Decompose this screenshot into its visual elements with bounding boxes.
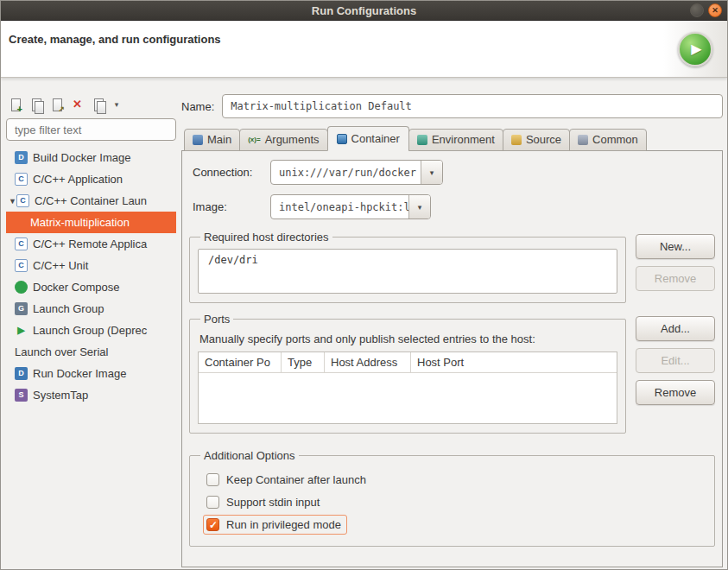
duplicate-configuration-icon[interactable]	[28, 97, 44, 112]
configuration-editor: Name: Main (x)= Arguments Container Envi…	[181, 94, 723, 567]
image-combo[interactable]: intel/oneapi-hpckit:l ▾	[270, 194, 431, 219]
tree-item-cpp-application[interactable]: C C/C++ Application	[6, 168, 176, 190]
keep-container-label: Keep Container after launch	[226, 473, 366, 486]
tree-item-build-docker-image[interactable]: D Build Docker Image	[6, 147, 176, 168]
run-docker-image-icon: D	[15, 367, 28, 380]
tree-item-label: Launch over Serial	[15, 345, 108, 358]
source-tab-icon	[511, 135, 522, 145]
arguments-tab-icon: (x)=	[248, 135, 260, 145]
host-directory-item[interactable]: /dev/dri	[208, 254, 607, 266]
tab-label: Common	[592, 133, 638, 146]
run-icon: ▶	[678, 32, 712, 66]
tree-item-launch-group-deprecated[interactable]: ▶ Launch Group (Deprec	[6, 320, 176, 341]
tree-item-matrix-multiplication[interactable]: Matrix-multiplication	[6, 212, 176, 233]
environment-tab-icon	[417, 135, 427, 145]
new-directory-button[interactable]: New...	[636, 234, 715, 259]
image-dropdown-icon[interactable]: ▾	[408, 195, 430, 218]
tree-item-label: Launch Group (Deprec	[33, 324, 147, 337]
keep-container-checkbox[interactable]	[206, 473, 219, 486]
name-label: Name:	[181, 100, 214, 113]
connection-label: Connection:	[193, 166, 270, 179]
filter-input[interactable]	[6, 118, 176, 141]
tree-item-cpp-remote-application[interactable]: C C/C++ Remote Applica	[6, 233, 176, 255]
delete-configuration-icon[interactable]	[70, 97, 85, 112]
ports-buttons: Add... Edit... Remove	[636, 313, 715, 405]
edit-port-button: Edit...	[636, 348, 715, 373]
header-banner: ▶	[663, 21, 727, 77]
tab-label: Main	[207, 133, 231, 146]
tree-item-docker-compose[interactable]: Docker Compose	[6, 276, 176, 298]
connection-combo[interactable]: unix:///var/run/docker ▾	[270, 160, 443, 185]
docker-image-icon: D	[15, 151, 28, 164]
name-row: Name:	[181, 94, 723, 118]
stdin-support-checkbox[interactable]	[206, 496, 219, 509]
c-container-launcher-icon: C	[16, 194, 29, 207]
column-type[interactable]: Type	[282, 352, 325, 372]
export-configuration-icon[interactable]	[49, 97, 65, 112]
connection-dropdown-icon[interactable]: ▾	[421, 161, 442, 184]
tree-item-launch-group[interactable]: G Launch Group	[6, 298, 176, 320]
connection-value: unix:///var/run/docker	[271, 161, 421, 184]
tab-environment[interactable]: Environment	[408, 129, 503, 151]
tab-container[interactable]: Container	[327, 126, 409, 151]
remove-directory-button: Remove	[636, 266, 715, 291]
image-value: intel/oneapi-hpckit:l	[271, 195, 408, 218]
required-host-directories-legend: Required host directories	[200, 231, 332, 244]
tree-item-cpp-unit[interactable]: C C/C++ Unit	[6, 255, 176, 276]
image-label: Image:	[193, 200, 270, 213]
privileged-mode-checkbox[interactable]	[206, 518, 219, 531]
tree-item-label: C/C++ Remote Applica	[33, 238, 147, 250]
privileged-mode-checkbox-row[interactable]: Run in privileged mode	[203, 515, 347, 535]
tree-item-run-docker-image[interactable]: D Run Docker Image	[6, 363, 176, 384]
container-tab-icon	[337, 134, 347, 144]
titlebar[interactable]: Run Configurations ✕	[1, 1, 727, 21]
systemtap-icon: S	[15, 389, 28, 402]
configurations-tree: D Build Docker Image C C/C++ Application…	[6, 147, 176, 406]
view-menu-icon[interactable]: ▾	[111, 97, 122, 112]
expander-icon[interactable]: ▼	[6, 197, 16, 206]
tree-item-label: Run Docker Image	[33, 367, 126, 380]
additional-options-section: Additional Options Keep Container after …	[189, 449, 715, 547]
tree-item-label: C/C++ Container Laun	[35, 194, 147, 207]
ports-group: Ports Manually specify ports and only pu…	[189, 313, 626, 434]
tree-item-label: Matrix-multiplication	[30, 216, 130, 229]
column-host-port[interactable]: Host Port	[411, 352, 617, 372]
tab-source[interactable]: Source	[503, 129, 570, 151]
ports-table-body[interactable]	[199, 373, 617, 423]
tab-common[interactable]: Common	[569, 129, 647, 151]
close-icon[interactable]: ✕	[708, 3, 722, 17]
stdin-support-checkbox-row[interactable]: Support stdin input	[203, 492, 326, 512]
collapse-all-icon[interactable]	[91, 97, 106, 112]
ports-legend: Ports	[200, 313, 233, 326]
tree-item-cpp-container-launcher[interactable]: ▼ C C/C++ Container Laun	[6, 190, 176, 212]
tree-item-launch-over-serial[interactable]: Launch over Serial	[6, 341, 176, 363]
tab-main[interactable]: Main	[184, 129, 240, 151]
dialog-header-title: Create, manage, and run configurations	[9, 33, 221, 46]
additional-options-legend: Additional Options	[200, 449, 299, 462]
column-container-port[interactable]: Container Po	[199, 352, 282, 372]
c-remote-application-icon: C	[15, 238, 28, 250]
tab-arguments[interactable]: (x)= Arguments	[239, 129, 327, 151]
new-configuration-icon[interactable]	[8, 97, 23, 112]
run-configurations-dialog: Run Configurations ✕ Create, manage, and…	[0, 0, 728, 570]
name-input[interactable]	[222, 94, 723, 118]
tree-item-systemtap[interactable]: S SystemTap	[6, 384, 176, 406]
tab-bar: Main (x)= Arguments Container Environmen…	[181, 126, 723, 151]
additional-options-group: Additional Options Keep Container after …	[189, 449, 715, 547]
ports-table[interactable]: Container Po Type Host Address Host Port	[198, 352, 617, 424]
tree-item-label: Build Docker Image	[33, 151, 130, 164]
host-directories-list[interactable]: /dev/dri	[198, 249, 617, 294]
remove-port-button[interactable]: Remove	[636, 380, 715, 405]
container-tab-panel: Connection: unix:///var/run/docker ▾ Ima…	[181, 150, 723, 567]
column-host-address[interactable]: Host Address	[325, 352, 411, 372]
sidebar-toolbar: ▾	[6, 94, 176, 115]
maximize-icon[interactable]	[690, 3, 704, 17]
host-directories-buttons: New... Remove	[636, 231, 715, 291]
privileged-mode-label: Run in privileged mode	[226, 518, 341, 531]
docker-compose-icon	[15, 281, 28, 294]
keep-container-checkbox-row[interactable]: Keep Container after launch	[203, 470, 372, 490]
play-glyph-icon: ▶	[688, 41, 701, 57]
tree-item-label: Docker Compose	[33, 281, 119, 294]
tab-label: Environment	[432, 133, 495, 146]
add-port-button[interactable]: Add...	[636, 316, 715, 341]
